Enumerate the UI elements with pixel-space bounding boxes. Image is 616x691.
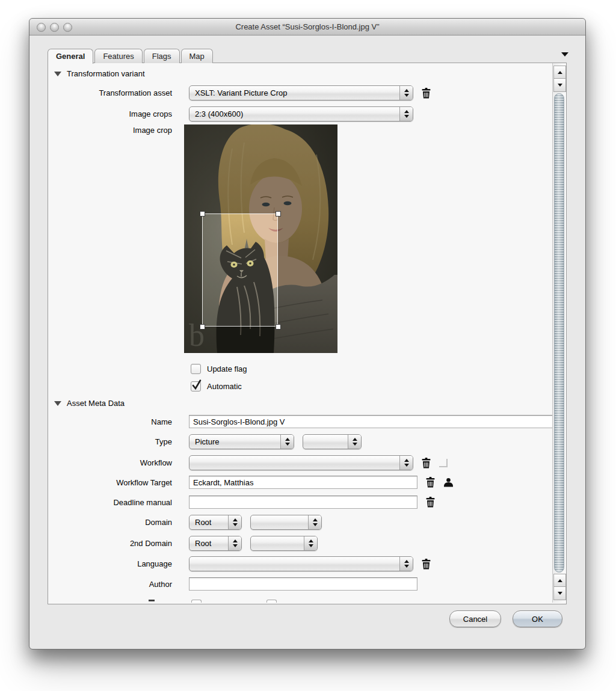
field-label: Author xyxy=(48,580,172,589)
domain-secondary-popup[interactable] xyxy=(250,515,322,530)
section-title: Transformation variant xyxy=(67,69,145,78)
create-asset-dialog: Create Asset “Susi-Sorglos-I-Blond.jpg V… xyxy=(29,18,586,650)
trash-icon xyxy=(426,477,435,488)
section-transformation-variant: Transformation variant xyxy=(54,69,145,78)
vertical-scrollbar[interactable] xyxy=(552,63,566,603)
popup-arrows-icon xyxy=(399,107,413,121)
row-workflow-target: Workflow Target xyxy=(48,476,552,489)
crop-dim-top xyxy=(184,124,337,213)
popup-value: Root xyxy=(189,518,227,527)
trash-icon xyxy=(422,559,431,570)
row-domain: Domain Root xyxy=(48,515,552,530)
delete-transformation-button[interactable] xyxy=(422,88,431,99)
language-popup[interactable] xyxy=(189,556,413,571)
row-deadline-manual: Deadline manual xyxy=(48,496,552,509)
popup-arrows-icon xyxy=(399,86,413,100)
tab-bar: General Features Flags Map xyxy=(48,49,213,63)
field-label: Workflow xyxy=(48,458,172,467)
scroll-up-button[interactable] xyxy=(553,66,566,79)
popup-value: Root xyxy=(189,539,227,548)
name-input[interactable] xyxy=(189,415,552,428)
row-language: Language xyxy=(48,556,552,571)
zoom-button[interactable] xyxy=(63,23,72,32)
tab-features[interactable]: Features xyxy=(94,49,142,63)
popup-arrows-icon xyxy=(228,515,241,529)
crop-dim-bottom xyxy=(184,327,337,353)
delete-workflow-target-button[interactable] xyxy=(426,477,435,488)
checkbox-label: Update flag xyxy=(207,364,247,373)
clipped-checkbox[interactable] xyxy=(266,600,277,603)
workflow-popup[interactable] xyxy=(189,455,413,470)
crop-selection-rect[interactable] xyxy=(202,213,278,327)
workflow-target-input[interactable] xyxy=(189,476,417,489)
delete-language-button[interactable] xyxy=(422,559,431,570)
row-clipped-flags xyxy=(48,598,552,603)
checkmark-icon xyxy=(191,378,203,390)
crop-dim-left xyxy=(184,213,202,327)
second-domain-secondary-popup[interactable] xyxy=(250,536,318,551)
type-secondary-popup[interactable] xyxy=(303,434,362,449)
ok-button[interactable]: OK xyxy=(513,610,562,627)
cancel-button[interactable]: Cancel xyxy=(449,610,501,627)
delete-workflow-button[interactable] xyxy=(422,458,431,468)
field-label: Name xyxy=(48,417,172,426)
row-name: Name xyxy=(48,415,552,428)
deadline-manual-input[interactable] xyxy=(189,496,417,509)
section-title: Asset Meta Data xyxy=(67,399,125,408)
section-asset-meta-data: Asset Meta Data xyxy=(54,399,125,408)
arrow-down-icon xyxy=(558,592,562,595)
popup-value: Picture xyxy=(189,437,235,446)
field-label: Deadline manual xyxy=(48,498,172,507)
disclosure-triangle-icon[interactable] xyxy=(54,72,61,76)
popup-arrows-icon xyxy=(304,536,317,550)
field-label: Image crops xyxy=(48,109,172,118)
titlebar[interactable]: Create Asset “Susi-Sorglos-I-Blond.jpg V… xyxy=(29,19,585,35)
automatic-checkbox[interactable] xyxy=(191,381,201,392)
close-button[interactable] xyxy=(37,23,46,32)
crop-handle-top-left[interactable] xyxy=(200,211,205,217)
crop-dim-right xyxy=(278,213,337,327)
row-type: Type Picture xyxy=(48,434,552,449)
person-icon xyxy=(443,478,454,487)
tab-overflow-chevron-icon[interactable] xyxy=(561,52,568,57)
corner-icon xyxy=(439,459,448,467)
row-automatic: Automatic xyxy=(48,381,552,392)
author-input[interactable] xyxy=(189,577,417,591)
crop-handle-top-right[interactable] xyxy=(276,211,281,217)
workflow-detail-button[interactable] xyxy=(439,459,448,467)
popup-value: XSLT: Variant Picture Crop xyxy=(189,88,303,97)
scroll-up-button-bottom[interactable] xyxy=(553,574,566,588)
traffic-lights xyxy=(37,23,72,32)
crop-handle-bottom-left[interactable] xyxy=(200,324,205,330)
clipped-checkbox[interactable] xyxy=(191,600,202,603)
type-popup[interactable]: Picture xyxy=(189,434,294,449)
arrow-up-icon xyxy=(558,579,562,582)
popup-arrows-icon xyxy=(280,435,294,449)
form-scroll-area: Transformation variant Transformation as… xyxy=(48,63,552,603)
row-workflow: Workflow xyxy=(48,455,552,470)
field-label: Image crop xyxy=(48,124,172,137)
pick-user-button[interactable] xyxy=(443,478,454,487)
popup-value: 2:3 (400x600) xyxy=(189,109,259,118)
tab-map[interactable]: Map xyxy=(181,49,213,63)
trash-icon xyxy=(422,88,431,99)
transformation-asset-popup[interactable]: XSLT: Variant Picture Crop xyxy=(189,85,413,100)
scroll-down-button[interactable] xyxy=(553,78,566,92)
second-domain-popup[interactable]: Root xyxy=(189,536,242,551)
trash-icon xyxy=(426,497,435,508)
minimize-button[interactable] xyxy=(50,23,59,32)
scrollbar-thumb[interactable] xyxy=(554,93,564,573)
scroll-down-button-bottom[interactable] xyxy=(553,586,566,600)
popup-arrows-icon xyxy=(228,536,241,550)
update-flag-checkbox[interactable] xyxy=(191,364,201,374)
disclosure-triangle-icon[interactable] xyxy=(54,401,61,406)
crop-handle-bottom-right[interactable] xyxy=(276,324,281,330)
domain-popup[interactable]: Root xyxy=(189,515,242,530)
delete-deadline-button[interactable] xyxy=(426,497,435,508)
image-crops-popup[interactable]: 2:3 (400x600) xyxy=(189,106,413,121)
field-label: Language xyxy=(48,559,172,568)
row-transformation-asset: Transformation asset XSLT: Variant Pictu… xyxy=(48,85,552,100)
tab-general[interactable]: General xyxy=(48,49,93,64)
crop-preview-image[interactable]: b xyxy=(184,124,337,353)
tab-flags[interactable]: Flags xyxy=(144,49,180,63)
